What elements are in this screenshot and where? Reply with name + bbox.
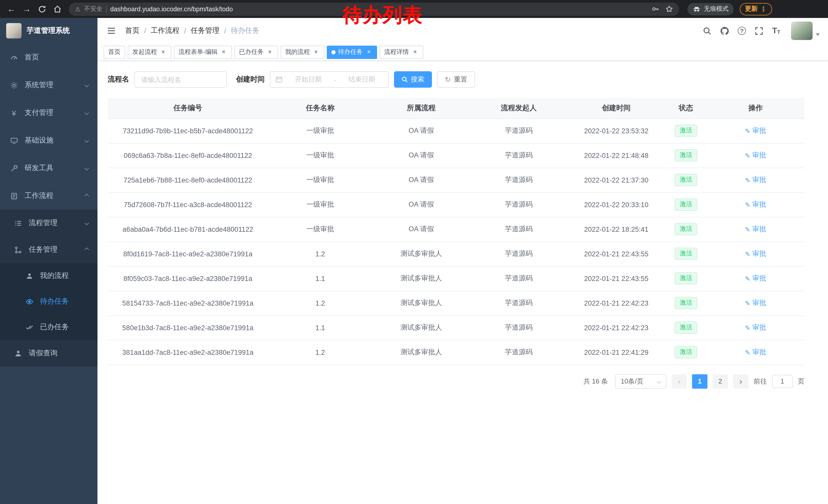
page-content: 流程名 创建时间 开始日期 - 结束日期 搜索 ↻ [97, 61, 828, 504]
approve-link[interactable]: ✎审批 [745, 249, 766, 259]
sidebar-item-label: 流程管理 [29, 218, 57, 228]
page-root: ← → ⚠ 不安全 dashboard.yudao.iocoder.cn/bpm… [0, 0, 828, 504]
incognito-icon [693, 6, 701, 12]
tab-process-detail[interactable]: 流程详情× [380, 45, 423, 59]
home-icon[interactable] [50, 2, 65, 16]
url-text: dashboard.yudao.iocoder.cn/bpm/task/todo [110, 5, 233, 12]
close-icon[interactable]: × [313, 48, 320, 56]
close-icon[interactable]: × [266, 48, 274, 56]
status-badge: 激活 [675, 321, 697, 333]
col-initiator: 流程发起人 [470, 98, 567, 119]
sidebar-item-label: 已办任务 [40, 322, 69, 332]
edit-icon: ✎ [745, 324, 750, 331]
sidebar-toggle-icon[interactable] [106, 25, 117, 36]
user-menu[interactable] [791, 21, 820, 40]
breadcrumb-separator: / [144, 27, 146, 35]
sidebar-item-done-tasks[interactable]: 已办任务 [0, 314, 97, 340]
chevron-down-icon [85, 111, 89, 115]
refresh-icon[interactable] [35, 2, 49, 16]
col-status: 状态 [665, 98, 707, 119]
help-icon[interactable]: ? [738, 27, 746, 35]
logo[interactable]: 芋道管理系统 [0, 18, 97, 44]
bookmark-star-icon[interactable] [665, 5, 673, 13]
col-task-id: 任务编号 [108, 98, 268, 119]
chevron-down-icon [85, 166, 89, 171]
tab-home[interactable]: 首页 [104, 45, 125, 59]
app-shell: 芋道管理系统 首页 系统管理 ¥ 支付管理 [0, 18, 828, 504]
prev-page-button[interactable]: ‹ [671, 374, 687, 388]
back-icon[interactable]: ← [4, 2, 18, 16]
tab-start-process[interactable]: 发起流程× [128, 45, 171, 59]
browser-menu-icon[interactable]: ⋮ [760, 5, 767, 13]
next-page-button[interactable]: › [733, 374, 748, 388]
approve-link[interactable]: ✎审批 [745, 151, 766, 160]
sidebar-item-devtools[interactable]: 研发工具 [0, 154, 97, 182]
page-size-select[interactable]: 10条/页 [615, 374, 666, 388]
edit-icon: ✎ [745, 250, 750, 258]
approve-link[interactable]: ✎审批 [745, 175, 766, 185]
table-row: 580e1b3d-7ac8-11ec-a9e2-a2380e71991a1.1测… [108, 315, 804, 340]
page-button-2[interactable]: 2 [713, 374, 728, 388]
sidebar-item-label: 首页 [25, 53, 39, 62]
breadcrumb-home[interactable]: 首页 [125, 26, 139, 35]
edit-icon: ✎ [745, 225, 750, 233]
table-row: 725a1eb6-7b88-11ec-8ef0-acde48001122一级审批… [108, 168, 804, 192]
sidebar-item-todo-tasks[interactable]: 待办任务 [0, 289, 97, 314]
sidebar-item-label: 系统管理 [25, 81, 53, 90]
search-button[interactable]: 搜索 [394, 71, 432, 88]
tab-form-edit[interactable]: 流程表单-编辑× [174, 45, 232, 59]
approve-link[interactable]: ✎审批 [745, 299, 766, 308]
fullscreen-icon[interactable] [755, 27, 763, 35]
monitor-icon [9, 137, 18, 144]
edit-icon: ✎ [745, 176, 750, 184]
tab-done-tasks[interactable]: 已办任务× [235, 45, 278, 59]
sidebar-item-infrastructure[interactable]: 基础设施 [0, 127, 97, 154]
sidebar-item-home[interactable]: 首页 [0, 44, 97, 71]
sidebar-item-process-mgmt[interactable]: 流程管理 [0, 210, 97, 236]
process-name-input[interactable] [134, 71, 227, 88]
password-key-icon[interactable] [652, 5, 659, 13]
approve-link[interactable]: ✎审批 [745, 348, 766, 357]
status-badge: 激活 [675, 125, 697, 137]
tab-my-process[interactable]: 我的流程× [281, 45, 324, 59]
approve-link[interactable]: ✎审批 [745, 126, 766, 135]
logo-avatar [6, 23, 22, 39]
sidebar-item-task-mgmt[interactable]: 任务管理 [0, 236, 97, 263]
refresh-icon: ↻ [445, 75, 451, 84]
goto-page-input[interactable] [772, 374, 793, 388]
forward-icon[interactable]: → [19, 2, 34, 16]
approve-link[interactable]: ✎审批 [745, 225, 766, 234]
col-process: 所属流程 [372, 98, 470, 119]
sidebar-item-label: 待办任务 [40, 297, 69, 306]
breadcrumb-workflow[interactable]: 工作流程 [151, 26, 179, 35]
sidebar-item-my-process[interactable]: 我的流程 [0, 263, 97, 289]
breadcrumb-task-mgmt[interactable]: 任务管理 [191, 26, 219, 35]
close-icon[interactable]: × [220, 48, 227, 56]
approve-link[interactable]: ✎审批 [745, 200, 766, 209]
github-icon[interactable] [720, 27, 729, 35]
approve-link[interactable]: ✎审批 [745, 323, 766, 332]
sidebar-item-label: 请假查询 [29, 349, 57, 358]
close-icon[interactable]: × [365, 48, 372, 56]
status-badge: 激活 [675, 223, 697, 235]
search-icon[interactable] [703, 27, 711, 35]
browser-update-button[interactable]: 更新 ⋮ [740, 3, 772, 15]
page-button-1[interactable]: 1 [692, 374, 707, 388]
sidebar-item-leave-query[interactable]: 请假查询 [0, 340, 97, 367]
breadcrumb-separator: / [224, 27, 226, 35]
sidebar-item-system[interactable]: 系统管理 [0, 71, 97, 99]
tab-todo-tasks[interactable]: 待办任务× [327, 45, 377, 59]
browser-toolbar: ← → ⚠ 不安全 dashboard.yudao.iocoder.cn/bpm… [0, 0, 828, 18]
status-badge: 激活 [675, 272, 697, 284]
sidebar-item-label: 研发工具 [25, 164, 53, 173]
close-icon[interactable]: × [160, 48, 167, 56]
font-size-icon[interactable]: TT [772, 27, 780, 35]
close-icon[interactable]: × [411, 48, 419, 56]
date-range-picker[interactable]: 开始日期 - 结束日期 [270, 71, 389, 88]
search-icon [402, 77, 408, 83]
sidebar-item-payment[interactable]: ¥ 支付管理 [0, 99, 97, 127]
reset-button[interactable]: ↻ 重置 [437, 71, 475, 88]
sidebar-item-workflow[interactable]: 工作流程 [0, 182, 97, 210]
breadcrumb-separator: / [184, 27, 186, 35]
approve-link[interactable]: ✎审批 [745, 274, 766, 283]
